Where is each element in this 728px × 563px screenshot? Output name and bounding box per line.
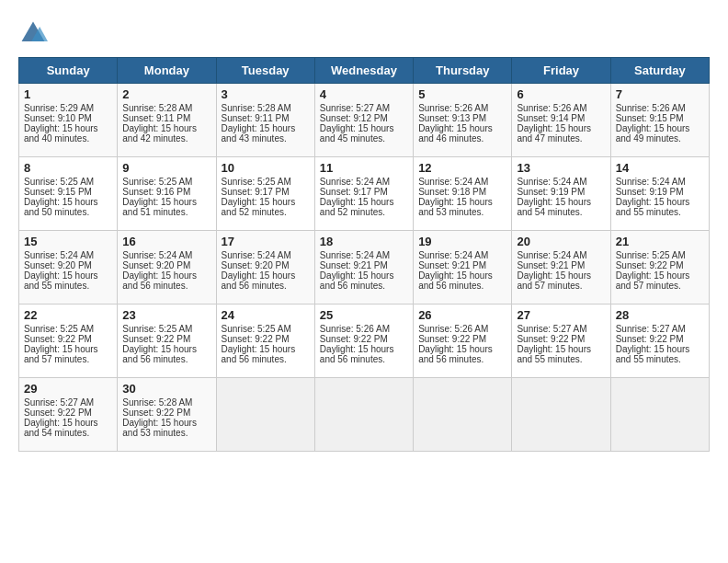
day-info-line: Sunset: 9:22 PM	[24, 408, 112, 418]
calendar-cell: 4Sunrise: 5:27 AMSunset: 9:12 PMDaylight…	[314, 84, 413, 157]
calendar-cell: 7Sunrise: 5:26 AMSunset: 9:15 PMDaylight…	[610, 84, 709, 157]
day-number: 21	[616, 235, 704, 248]
day-info-line: Sunrise: 5:27 AM	[320, 103, 408, 113]
col-header-monday: Monday	[118, 58, 216, 84]
day-number: 6	[517, 87, 605, 101]
week-row-1: 1Sunrise: 5:29 AMSunset: 9:10 PMDaylight…	[19, 84, 710, 157]
day-info-line: Sunrise: 5:24 AM	[517, 250, 605, 260]
day-info-line: and 43 minutes.	[222, 133, 310, 144]
day-info-line: Sunset: 9:15 PM	[616, 113, 704, 123]
day-info-line: Sunset: 9:22 PM	[24, 334, 112, 344]
day-number: 7	[616, 87, 704, 101]
calendar-cell: 15Sunrise: 5:24 AMSunset: 9:20 PMDayligh…	[19, 231, 118, 304]
week-row-3: 15Sunrise: 5:24 AMSunset: 9:20 PMDayligh…	[19, 231, 710, 304]
calendar-cell: 11Sunrise: 5:24 AMSunset: 9:17 PMDayligh…	[314, 157, 413, 231]
calendar-cell: 18Sunrise: 5:24 AMSunset: 9:21 PMDayligh…	[314, 231, 413, 304]
calendar-cell: 30Sunrise: 5:28 AMSunset: 9:22 PMDayligh…	[118, 378, 216, 452]
day-info-line: and 40 minutes.	[24, 133, 112, 144]
day-number: 13	[517, 161, 605, 175]
day-number: 23	[122, 308, 210, 322]
day-info-line: Sunset: 9:14 PM	[517, 113, 605, 123]
day-info-line: Daylight: 15 hours	[122, 344, 210, 354]
col-header-wednesday: Wednesday	[314, 58, 413, 84]
day-number: 28	[616, 308, 704, 322]
day-number: 11	[320, 161, 408, 175]
day-info-line: Sunset: 9:22 PM	[122, 408, 210, 418]
day-info-line: Sunset: 9:11 PM	[122, 113, 210, 123]
day-info-line: and 47 minutes.	[517, 133, 605, 144]
day-number: 22	[24, 308, 112, 322]
day-info-line: Daylight: 15 hours	[418, 197, 506, 207]
day-info-line: Daylight: 15 hours	[418, 270, 506, 281]
day-info-line: Sunset: 9:17 PM	[320, 187, 408, 197]
day-number: 9	[122, 161, 210, 175]
day-number: 29	[24, 382, 112, 396]
day-number: 8	[24, 161, 112, 175]
calendar-cell: 19Sunrise: 5:24 AMSunset: 9:21 PMDayligh…	[414, 231, 512, 304]
day-info-line: Sunset: 9:13 PM	[418, 113, 506, 123]
day-info-line: Sunset: 9:22 PM	[616, 260, 704, 270]
day-info-line: Daylight: 15 hours	[320, 344, 408, 354]
day-info-line: and 49 minutes.	[616, 133, 704, 144]
calendar-cell: 29Sunrise: 5:27 AMSunset: 9:22 PMDayligh…	[19, 378, 118, 452]
day-info-line: Daylight: 15 hours	[418, 344, 506, 354]
day-info-line: Sunrise: 5:25 AM	[122, 177, 210, 187]
calendar-cell: 10Sunrise: 5:25 AMSunset: 9:17 PMDayligh…	[216, 157, 314, 231]
day-info-line: and 56 minutes.	[122, 281, 210, 291]
week-row-4: 22Sunrise: 5:25 AMSunset: 9:22 PMDayligh…	[19, 304, 710, 378]
day-info-line: Sunset: 9:18 PM	[418, 187, 506, 197]
day-info-line: Daylight: 15 hours	[616, 344, 704, 354]
day-info-line: Sunset: 9:16 PM	[122, 187, 210, 197]
day-info-line: and 54 minutes.	[517, 207, 605, 217]
calendar-cell: 25Sunrise: 5:26 AMSunset: 9:22 PMDayligh…	[314, 304, 413, 378]
calendar-cell: 12Sunrise: 5:24 AMSunset: 9:18 PMDayligh…	[414, 157, 512, 231]
day-info-line: Daylight: 15 hours	[222, 123, 310, 133]
day-info-line: Sunrise: 5:26 AM	[320, 324, 408, 334]
calendar-cell: 17Sunrise: 5:24 AMSunset: 9:20 PMDayligh…	[216, 231, 314, 304]
day-number: 18	[320, 235, 408, 248]
day-info-line: Sunrise: 5:24 AM	[122, 250, 210, 260]
day-info-line: Sunrise: 5:24 AM	[320, 177, 408, 187]
calendar-cell: 3Sunrise: 5:28 AMSunset: 9:11 PMDaylight…	[216, 84, 314, 157]
day-number: 2	[122, 87, 210, 101]
calendar-cell: 27Sunrise: 5:27 AMSunset: 9:22 PMDayligh…	[512, 304, 610, 378]
calendar-cell: 6Sunrise: 5:26 AMSunset: 9:14 PMDaylight…	[512, 84, 610, 157]
day-info-line: Daylight: 15 hours	[616, 270, 704, 281]
day-info-line: Sunrise: 5:24 AM	[24, 250, 112, 260]
day-info-line: Sunrise: 5:24 AM	[320, 250, 408, 260]
calendar-cell: 20Sunrise: 5:24 AMSunset: 9:21 PMDayligh…	[512, 231, 610, 304]
day-info-line: and 51 minutes.	[122, 207, 210, 217]
day-number: 30	[122, 382, 210, 396]
day-info-line: and 56 minutes.	[222, 281, 310, 291]
day-info-line: Sunrise: 5:27 AM	[517, 324, 605, 334]
logo-icon	[18, 18, 48, 48]
day-info-line: Daylight: 15 hours	[24, 197, 112, 207]
day-info-line: Sunset: 9:17 PM	[222, 187, 310, 197]
day-info-line: and 50 minutes.	[24, 207, 112, 217]
days-header-row: SundayMondayTuesdayWednesdayThursdayFrid…	[19, 58, 710, 84]
day-info-line: Sunrise: 5:25 AM	[24, 324, 112, 334]
day-info-line: Sunset: 9:11 PM	[222, 113, 310, 123]
day-info-line: and 46 minutes.	[418, 133, 506, 144]
page-header	[18, 18, 710, 48]
day-info-line: Sunset: 9:22 PM	[616, 334, 704, 344]
day-info-line: Sunrise: 5:25 AM	[222, 177, 310, 187]
day-info-line: Daylight: 15 hours	[122, 123, 210, 133]
day-info-line: and 52 minutes.	[320, 207, 408, 217]
day-info-line: and 55 minutes.	[616, 354, 704, 364]
day-number: 5	[418, 87, 506, 101]
day-number: 3	[222, 87, 310, 101]
day-info-line: Daylight: 15 hours	[418, 123, 506, 133]
calendar-cell: 26Sunrise: 5:26 AMSunset: 9:22 PMDayligh…	[414, 304, 512, 378]
day-info-line: Daylight: 15 hours	[222, 270, 310, 281]
day-info-line: and 57 minutes.	[616, 281, 704, 291]
day-info-line: Daylight: 15 hours	[24, 344, 112, 354]
calendar-cell: 13Sunrise: 5:24 AMSunset: 9:19 PMDayligh…	[512, 157, 610, 231]
day-number: 20	[517, 235, 605, 248]
day-info-line: Daylight: 15 hours	[320, 123, 408, 133]
day-info-line: Sunrise: 5:24 AM	[616, 177, 704, 187]
day-info-line: Daylight: 15 hours	[517, 344, 605, 354]
day-info-line: and 53 minutes.	[122, 428, 210, 438]
day-info-line: Sunrise: 5:25 AM	[122, 324, 210, 334]
day-number: 25	[320, 308, 408, 322]
